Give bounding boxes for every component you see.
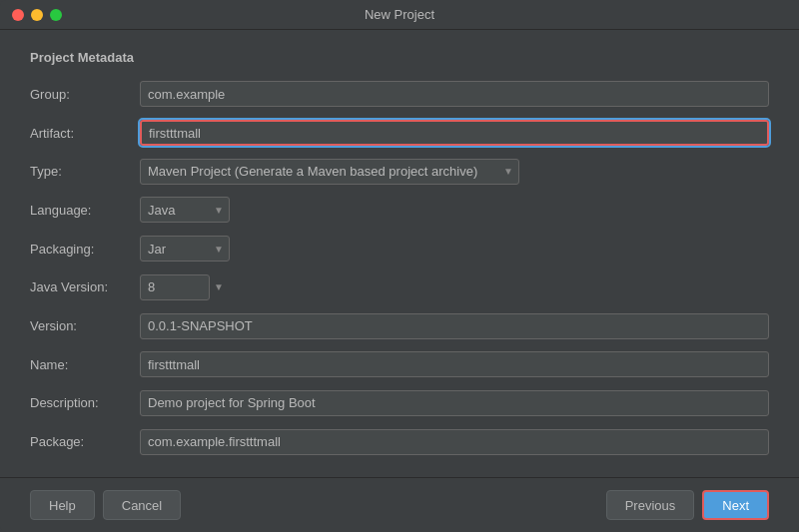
title-bar: New Project [0, 0, 799, 30]
version-label: Version: [30, 318, 140, 333]
footer-left-buttons: Help Cancel [30, 490, 181, 520]
packaging-select[interactable]: Jar [140, 236, 230, 262]
form-content: Project Metadata Group: Artifact: Type: … [0, 30, 799, 477]
new-project-window: New Project Project Metadata Group: Arti… [0, 0, 799, 532]
group-label: Group: [30, 87, 140, 102]
cancel-button[interactable]: Cancel [103, 490, 181, 520]
java-version-select-wrapper: 8 ▼ [140, 274, 230, 300]
artifact-label: Artifact: [30, 126, 140, 141]
footer-right-buttons: Previous Next [606, 490, 769, 520]
packaging-select-wrapper: Jar ▼ [140, 236, 230, 262]
java-version-select[interactable]: 8 [140, 274, 210, 300]
java-version-label: Java Version: [30, 279, 140, 294]
group-input[interactable] [140, 81, 769, 107]
java-version-select-arrow-icon: ▼ [214, 281, 224, 292]
type-select-wrapper: Maven Project (Generate a Maven based pr… [140, 159, 519, 185]
form-grid: Group: Artifact: Type: Maven Project (Ge… [30, 79, 769, 457]
package-input[interactable] [140, 429, 769, 455]
packaging-label: Packaging: [30, 242, 140, 257]
description-label: Description: [30, 395, 140, 410]
language-select-wrapper: Java ▼ [140, 197, 230, 223]
previous-button[interactable]: Previous [606, 490, 695, 520]
artifact-input[interactable] [140, 120, 769, 146]
language-select[interactable]: Java [140, 197, 230, 223]
minimize-button[interactable] [31, 9, 43, 21]
description-input[interactable] [140, 390, 769, 416]
section-title: Project Metadata [30, 50, 769, 65]
footer: Help Cancel Previous Next [0, 477, 799, 532]
name-label: Name: [30, 357, 140, 372]
type-select[interactable]: Maven Project (Generate a Maven based pr… [140, 159, 519, 185]
next-button[interactable]: Next [702, 490, 769, 520]
window-controls [12, 9, 62, 21]
maximize-button[interactable] [50, 9, 62, 21]
version-input[interactable] [140, 313, 769, 339]
window-title: New Project [365, 7, 434, 22]
help-button[interactable]: Help [30, 490, 95, 520]
close-button[interactable] [12, 9, 24, 21]
name-input[interactable] [140, 351, 769, 377]
type-label: Type: [30, 164, 140, 179]
package-label: Package: [30, 434, 140, 449]
language-label: Language: [30, 203, 140, 218]
